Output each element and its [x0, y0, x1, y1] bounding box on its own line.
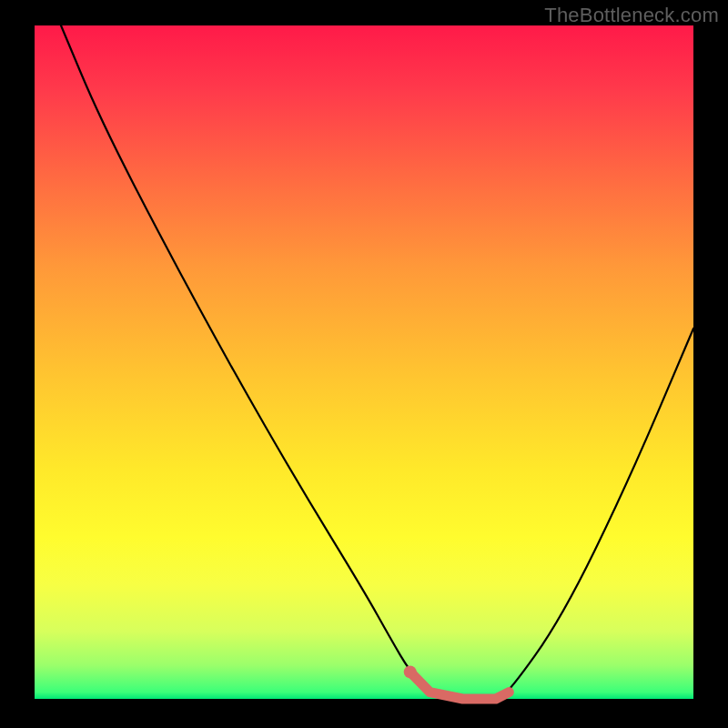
- plot-area: [35, 25, 693, 699]
- bottleneck-curve-svg: [35, 25, 693, 699]
- optimal-band-path: [410, 672, 510, 699]
- optimal-start-dot: [404, 665, 417, 678]
- bottleneck-curve-path: [61, 25, 693, 699]
- chart-container: TheBottleneck.com: [0, 0, 728, 728]
- watermark-text: TheBottleneck.com: [544, 4, 719, 27]
